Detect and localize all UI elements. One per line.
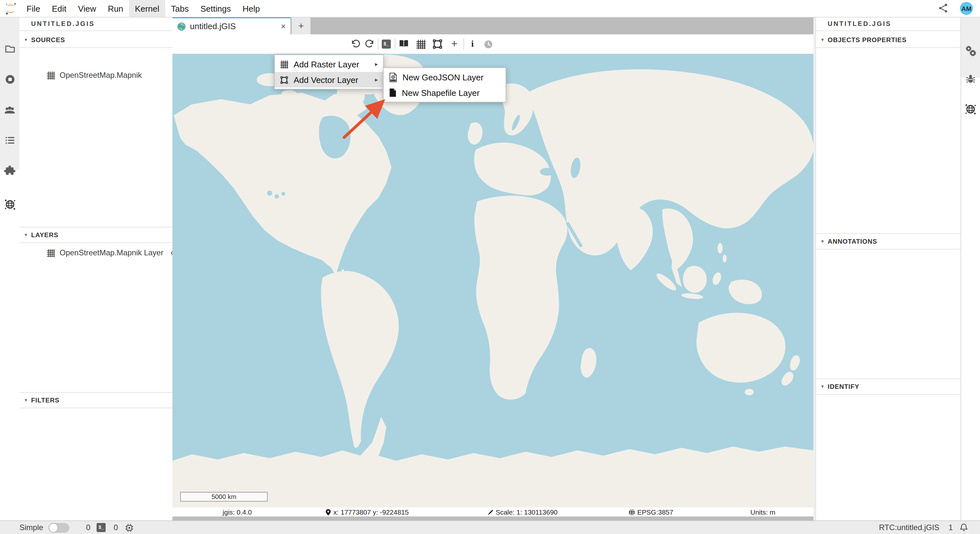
- map-toolbar: $_ + i: [172, 34, 813, 54]
- submenu-arrow-icon: ▸: [375, 61, 378, 67]
- right-sidebar-panel: UNTITLED.JGIS ▾ OBJECTS PROPERTIES ▾ ANN…: [815, 17, 961, 520]
- menu-run[interactable]: Run: [102, 0, 129, 17]
- globe-icon: [628, 509, 635, 515]
- source-item-openstreetmap-mapnik[interactable]: OpenStreetMap.Mapnik: [47, 68, 142, 82]
- raster-source-icon: [47, 71, 55, 79]
- left-panel-title: UNTITLED.JGIS: [19, 17, 172, 31]
- cursor-coordinates: x: 17773807 y: -9224815: [325, 507, 409, 517]
- open-book-icon: [399, 39, 409, 49]
- collaborators-icon[interactable]: [0, 104, 19, 116]
- symbology-button[interactable]: [397, 34, 411, 54]
- menu-settings[interactable]: Settings: [194, 0, 237, 17]
- menu-item-new-shapefile-layer[interactable]: New Shapefile Layer: [384, 85, 506, 100]
- map-status-bar: jgis: 0.4.0 x: 17773807 y: -9224815 Scal…: [172, 507, 813, 517]
- jupytergis-icon[interactable]: [0, 198, 19, 211]
- table-of-contents-icon[interactable]: [0, 135, 19, 146]
- simple-mode-label: Simple: [19, 523, 43, 532]
- dock-tab-bar: untitled.jGIS × +: [172, 17, 813, 34]
- sources-section-header[interactable]: ▾ SOURCES: [19, 32, 172, 48]
- add-layer-button[interactable]: +: [447, 34, 461, 54]
- terminal-icon: $_: [382, 40, 391, 49]
- folder-icon[interactable]: [0, 43, 19, 54]
- raster-grid-icon: [416, 39, 425, 49]
- dock-panel-edge: [172, 517, 813, 520]
- map-scale-status: Scale: 1: 130113690: [487, 507, 557, 517]
- caret-down-icon: ▾: [821, 238, 824, 244]
- projection-status: EPSG:3857: [628, 507, 673, 517]
- right-activity-bar: [961, 17, 980, 520]
- caret-down-icon: ▾: [25, 232, 27, 238]
- tab-title: untitled.jGIS: [190, 21, 275, 31]
- toolbar-separator: [378, 38, 379, 50]
- vector-square-icon: [432, 39, 443, 49]
- rtc-session-label: RTC:untitled.jGIS: [879, 523, 939, 532]
- layers-section-header[interactable]: ▾ LAYERS: [19, 227, 172, 243]
- menu-item-add-vector-layer[interactable]: Add Vector Layer ▸: [275, 72, 383, 87]
- undo-button[interactable]: [349, 34, 363, 54]
- menu-tabs[interactable]: Tabs: [165, 0, 195, 17]
- running-kernels-icon[interactable]: [0, 74, 19, 85]
- history-clock-icon: [483, 39, 493, 49]
- context-submenu: New GeoJSON Layer New Shapefile Layer: [383, 67, 506, 102]
- geojson-file-icon: [389, 72, 397, 82]
- kernels-count: 0: [114, 523, 118, 532]
- debugger-icon[interactable]: [961, 73, 980, 84]
- filters-section-header[interactable]: ▾ FILTERS: [19, 392, 172, 408]
- tab-untitled-jgis[interactable]: untitled.jGIS ×: [172, 17, 290, 34]
- menu-view[interactable]: View: [72, 0, 102, 17]
- submenu-arrow-icon: ▸: [375, 76, 378, 83]
- undo-icon: [351, 39, 361, 49]
- property-inspector-icon[interactable]: [961, 45, 980, 56]
- caret-down-icon: ▾: [25, 397, 27, 403]
- toolbar-separator: [395, 38, 395, 50]
- close-icon[interactable]: ×: [281, 21, 286, 31]
- identify-button[interactable]: i: [465, 34, 480, 54]
- annotation-arrow: [331, 91, 395, 146]
- add-raster-button[interactable]: [414, 34, 428, 54]
- location-pin-icon: [325, 509, 331, 515]
- map-canvas[interactable]: 5000 km: [172, 54, 813, 507]
- menu-item-new-geojson-layer[interactable]: New GeoJSON Layer: [384, 69, 506, 85]
- menu-item-add-raster-layer[interactable]: Add Raster Layer ▸: [275, 56, 383, 72]
- caret-down-icon: ▾: [821, 37, 824, 43]
- objects-properties-section-header[interactable]: ▾ OBJECTS PROPERTIES: [816, 32, 961, 48]
- jupytergis-doc-icon: [177, 22, 186, 31]
- jupyter-logo: [4, 2, 18, 15]
- notifications-count: 1: [948, 523, 953, 532]
- left-activity-bar: [0, 17, 20, 520]
- vector-square-icon: [280, 76, 288, 84]
- terminal-button[interactable]: $_: [379, 34, 393, 54]
- terminal-icon[interactable]: $_: [97, 523, 106, 532]
- add-layer-plus-icon: +: [451, 38, 458, 51]
- status-bar: Simple 0 $_ 0 RTC:untitled.jGIS 1: [0, 520, 980, 534]
- temporal-controller-button[interactable]: [481, 34, 495, 54]
- menu-kernel[interactable]: Kernel: [129, 0, 165, 17]
- raster-source-icon: [47, 248, 55, 257]
- new-tab-button[interactable]: +: [292, 17, 310, 34]
- jupyterlab-shell: File Edit View Run Kernel Tabs Settings …: [0, 0, 980, 534]
- caret-down-icon: ▾: [821, 384, 824, 389]
- redo-button[interactable]: [362, 34, 377, 54]
- menu-file[interactable]: File: [21, 0, 46, 17]
- context-menu: Add Raster Layer ▸ Add Vector Layer ▸: [274, 54, 384, 89]
- map-scale-bar: 5000 km: [180, 492, 268, 502]
- menu-edit[interactable]: Edit: [46, 0, 72, 17]
- annotations-section-header[interactable]: ▾ ANNOTATIONS: [816, 233, 961, 250]
- bell-icon[interactable]: [959, 523, 968, 532]
- layer-item-openstreetmap-mapnik[interactable]: OpenStreetMap.Mapnik Layer: [47, 246, 163, 260]
- avatar[interactable]: AM: [960, 2, 973, 15]
- info-icon: i: [471, 39, 474, 49]
- toolbar-separator: [463, 38, 464, 50]
- add-vector-button[interactable]: [430, 34, 445, 54]
- pencil-icon: [487, 509, 493, 515]
- simple-mode-toggle[interactable]: [48, 523, 69, 532]
- identify-section-header[interactable]: ▾ IDENTIFY: [816, 378, 961, 395]
- menu-help[interactable]: Help: [237, 0, 266, 17]
- extension-manager-icon[interactable]: [0, 165, 19, 176]
- kernel-chip-icon[interactable]: [124, 523, 134, 532]
- redo-icon: [364, 39, 375, 49]
- jupytergis-icon[interactable]: [961, 103, 980, 115]
- world-map: [172, 54, 813, 507]
- share-icon[interactable]: [938, 3, 949, 14]
- left-sidebar-panel: UNTITLED.JGIS ▾ SOURCES OpenStreetMap.Ma…: [19, 17, 173, 520]
